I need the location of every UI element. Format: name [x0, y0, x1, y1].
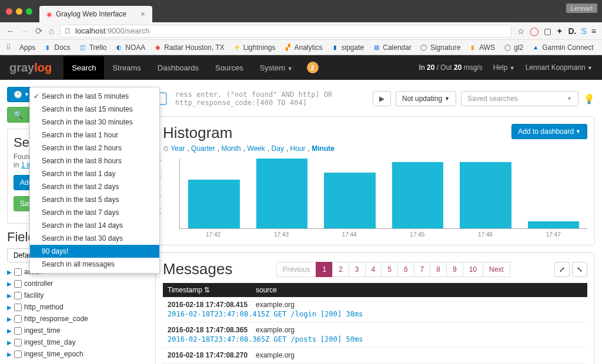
page-next[interactable]: Next: [483, 262, 510, 277]
help-menu[interactable]: Help ▼: [493, 63, 515, 72]
bookmark-sipgate[interactable]: ▮sipgate: [331, 43, 364, 52]
time-range-option[interactable]: Search in the last 15 minutes: [30, 103, 159, 116]
field-item[interactable]: ▶ ingest_time: [7, 325, 148, 336]
play-button[interactable]: ▶: [373, 91, 391, 106]
page-number[interactable]: 4: [365, 262, 382, 277]
field-item[interactable]: ▶ http_method: [7, 301, 148, 313]
interval-day[interactable]: Day: [272, 144, 284, 153]
bookmark-gl2[interactable]: ◯gl2: [503, 43, 523, 52]
chart-bar[interactable]: [256, 159, 308, 228]
star-icon[interactable]: ☆: [517, 26, 525, 36]
page-number[interactable]: 7: [414, 262, 431, 277]
time-range-option[interactable]: Search in the last 1 day: [30, 167, 159, 180]
search-button[interactable]: 🔍: [7, 107, 30, 123]
time-range-option[interactable]: Search in the last 14 days: [30, 219, 159, 232]
interval-hour[interactable]: Hour: [290, 144, 306, 153]
nav-system[interactable]: System ▼: [252, 56, 301, 79]
saved-searches-select[interactable]: Saved searches▼: [461, 91, 578, 106]
message-row[interactable]: 2016-02-18 17:47:08.415example.org2016-0…: [163, 297, 587, 322]
bookmark-apps[interactable]: Apps: [19, 43, 35, 52]
time-range-option[interactable]: Search in the last 5 days: [30, 193, 159, 206]
ext-icon[interactable]: S: [581, 26, 586, 36]
page-number[interactable]: 3: [349, 262, 366, 277]
time-range-option[interactable]: Search in the last 8 hours: [30, 154, 159, 167]
page-number[interactable]: 1: [316, 262, 333, 277]
home-icon[interactable]: ⌂: [49, 26, 54, 36]
nav-sources[interactable]: Sources: [207, 56, 252, 79]
time-range-option[interactable]: Search in the last 1 hour: [30, 129, 159, 141]
bookmark-trello[interactable]: ◫Trello: [79, 43, 107, 52]
add-to-dashboard-button[interactable]: Add to dashboard ▼: [511, 124, 587, 139]
interval-quarter[interactable]: Quarter: [191, 144, 215, 153]
page-number[interactable]: 6: [397, 262, 414, 277]
time-range-option[interactable]: Search in the last 5 minutes: [30, 90, 159, 103]
close-tab-icon[interactable]: ×: [141, 9, 145, 19]
interval-month[interactable]: Month: [221, 144, 240, 153]
browser-tab[interactable]: ◉ Graylog Web Interface ×: [39, 6, 152, 22]
url-input[interactable]: 🗋 localhost:9000/search: [60, 25, 511, 38]
bookmark-garmin[interactable]: ▲Garmin Connect: [531, 43, 593, 52]
field-checkbox[interactable]: [14, 339, 22, 346]
refresh-selector[interactable]: Not updating ▼: [396, 91, 456, 106]
back-icon[interactable]: ←: [6, 26, 15, 36]
interval-minute[interactable]: Minute: [312, 144, 335, 153]
apps-icon[interactable]: ⠿: [6, 43, 11, 52]
nav-search[interactable]: Search: [63, 56, 104, 79]
expand-icon[interactable]: ⤢: [554, 262, 570, 277]
bookmark-noaa[interactable]: ◐NOAA: [115, 43, 145, 52]
bookmark-signature[interactable]: ◯Signature: [420, 43, 460, 52]
field-checkbox[interactable]: [14, 304, 22, 311]
time-range-option[interactable]: Search in the last 30 minutes: [30, 116, 159, 129]
bookmark-analytics[interactable]: ▞Analytics: [284, 43, 323, 52]
chart-bar[interactable]: [460, 162, 511, 228]
user-menu[interactable]: Lennart Koopmann ▼: [526, 63, 593, 72]
ext-icon[interactable]: ◯: [530, 26, 539, 36]
bookmark-lightnings[interactable]: ⚡Lightnings: [233, 43, 276, 52]
field-checkbox[interactable]: [14, 280, 22, 288]
field-checkbox[interactable]: [14, 268, 22, 276]
time-range-option[interactable]: Search in all messages: [30, 258, 159, 271]
time-range-option[interactable]: 90 days!: [30, 245, 159, 258]
page-number[interactable]: 2: [332, 262, 349, 277]
interval-week[interactable]: Week: [247, 144, 265, 153]
time-range-option[interactable]: Search in the last 2 hours: [30, 141, 159, 154]
profile-badge[interactable]: Lennart: [566, 4, 597, 13]
chart-bar[interactable]: [324, 173, 376, 228]
nav-streams[interactable]: Streams: [104, 56, 149, 79]
chart-bar[interactable]: [392, 162, 444, 228]
page-prev[interactable]: Previous: [276, 262, 317, 277]
page-number[interactable]: 8: [430, 262, 447, 277]
time-range-option[interactable]: Search in the last 30 days: [30, 232, 159, 245]
field-item[interactable]: ▶ facility: [7, 289, 148, 301]
minimize-window[interactable]: [16, 8, 22, 15]
lightbulb-icon[interactable]: 💡: [583, 93, 595, 105]
field-item[interactable]: ▶ ingest_time_day: [7, 336, 148, 348]
field-item[interactable]: ▶ controller: [7, 278, 148, 289]
time-range-option[interactable]: Search in the last 2 days: [30, 180, 159, 193]
bookmark-calendar[interactable]: ▦Calendar: [372, 43, 412, 52]
field-checkbox[interactable]: [14, 292, 22, 299]
field-item[interactable]: ▶ http_response_code: [7, 313, 148, 325]
sort-icon[interactable]: ⇅: [204, 286, 210, 294]
chart-bar[interactable]: [188, 180, 240, 228]
message-row[interactable]: 2016-02-18 17:47:08.365example.org2016-0…: [163, 322, 587, 348]
bookmark-radar[interactable]: ◉Radar Houston, TX: [153, 43, 225, 52]
maximize-window[interactable]: [26, 8, 32, 15]
menu-icon[interactable]: ≡: [591, 26, 596, 36]
field-checkbox[interactable]: [14, 327, 22, 335]
chart-bar[interactable]: [528, 221, 580, 228]
field-checkbox[interactable]: [14, 315, 22, 323]
field-item[interactable]: ▶ ingest_time_epoch: [7, 348, 148, 360]
reload-icon[interactable]: ⟳: [35, 26, 43, 36]
bookmark-docs[interactable]: ▮Docs: [44, 43, 70, 52]
bookmark-aws[interactable]: ▮AWS: [469, 43, 495, 52]
logo[interactable]: graylog: [9, 61, 52, 75]
collapse-icon[interactable]: ⤡: [572, 262, 587, 277]
interval-year[interactable]: Year: [170, 144, 185, 153]
ext-icon[interactable]: ✦: [556, 26, 563, 36]
ext-icon[interactable]: D.: [568, 26, 576, 36]
page-number[interactable]: 5: [381, 262, 398, 277]
cast-icon[interactable]: ▢: [544, 26, 551, 36]
nav-dashboards[interactable]: Dashboards: [149, 56, 207, 79]
notification-badge[interactable]: 2: [307, 62, 319, 73]
